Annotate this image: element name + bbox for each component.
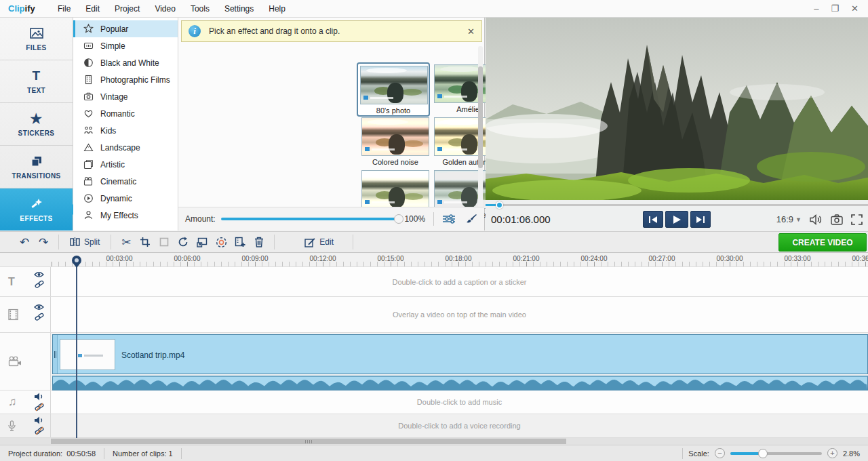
- split-icon: [70, 237, 80, 247]
- cut-button[interactable]: ✂: [117, 233, 136, 251]
- video-clip[interactable]: Scotland trip.mp4: [52, 334, 868, 374]
- playhead-marker[interactable]: [72, 256, 81, 265]
- menu-video[interactable]: Video: [147, 1, 182, 16]
- category-label: Black and White: [100, 58, 159, 68]
- overlay-track-header: [0, 297, 51, 332]
- play-button[interactable]: [665, 211, 688, 228]
- delete-button[interactable]: [250, 233, 269, 251]
- snapshot-icon[interactable]: [831, 214, 843, 225]
- video-track[interactable]: Scotland trip.mp4: [0, 333, 868, 390]
- undo-button[interactable]: ↶: [15, 233, 34, 251]
- eye-icon[interactable]: [34, 271, 44, 278]
- rotate-button[interactable]: [174, 233, 193, 251]
- clip-audio-waveform[interactable]: [52, 376, 868, 390]
- text-icon: T: [32, 69, 40, 83]
- link-icon[interactable]: [35, 313, 44, 321]
- music-track-icon: ♫: [8, 395, 17, 409]
- link-icon[interactable]: [35, 280, 44, 289]
- category-photographic-films[interactable]: Photographic Films: [73, 71, 178, 88]
- effect-colored-noise[interactable]: Colored noise: [361, 117, 429, 166]
- redo-button[interactable]: ↷: [34, 233, 53, 251]
- category-label: Dynamic: [100, 194, 132, 203]
- preview-seekbar[interactable]: [486, 202, 868, 207]
- category-artistic[interactable]: Artistic: [73, 156, 178, 173]
- menu-edit[interactable]: Edit: [78, 1, 107, 16]
- amount-slider-handle[interactable]: [394, 214, 403, 224]
- timeline-ruler[interactable]: 00:03:00 00:06:00 00:09:00 00:12:00 00:1…: [0, 254, 868, 267]
- sidebar-item-effects[interactable]: EFFECTS: [0, 188, 73, 230]
- adjustments-icon[interactable]: [442, 214, 456, 224]
- category-my-effects[interactable]: My Effects: [73, 207, 178, 224]
- timeline-scrollbar-thumb[interactable]: [51, 439, 566, 444]
- color-adjust-button[interactable]: [155, 233, 174, 251]
- minimize-button[interactable]: –: [814, 3, 818, 14]
- maximize-button[interactable]: ❐: [831, 3, 839, 14]
- stabilize-button[interactable]: [212, 233, 231, 251]
- category-cinematic[interactable]: Cinematic: [73, 173, 178, 190]
- music-track[interactable]: ♫ Double-click to add music: [0, 390, 868, 414]
- category-landscape[interactable]: Landscape: [73, 139, 178, 156]
- hint-close-icon[interactable]: ✕: [467, 26, 475, 37]
- info-icon: i: [189, 25, 201, 37]
- volume-icon[interactable]: [810, 214, 823, 225]
- zoom-in-button[interactable]: +: [827, 448, 837, 458]
- title-track[interactable]: T Double-click to add a caption or a sti…: [0, 267, 868, 297]
- speaker-icon[interactable]: [34, 416, 44, 424]
- clip-count-label: Number of clips:: [113, 449, 166, 458]
- unlink-icon[interactable]: [35, 426, 44, 435]
- menu-help[interactable]: Help: [261, 1, 293, 16]
- scale-slider[interactable]: [730, 452, 822, 455]
- brush-icon[interactable]: [465, 214, 477, 224]
- amount-slider[interactable]: [221, 218, 399, 220]
- category-label: Popular: [100, 24, 128, 34]
- voice-track[interactable]: Double-click to add a voice recording: [0, 414, 868, 438]
- scale-label: Scale:: [688, 449, 709, 458]
- category-vintage[interactable]: Vintage: [73, 88, 178, 105]
- menu-settings[interactable]: Settings: [217, 1, 261, 16]
- eye-icon[interactable]: [34, 304, 44, 310]
- create-video-button[interactable]: CREATE VIDEO: [778, 233, 867, 252]
- sidebar-item-files[interactable]: FILES: [0, 18, 73, 60]
- edit-button[interactable]: Edit: [299, 233, 339, 251]
- fullscreen-icon[interactable]: [851, 214, 863, 225]
- unlink-icon[interactable]: [35, 403, 44, 412]
- sidebar-item-label: EFFECTS: [20, 215, 52, 222]
- category-dynamic[interactable]: Dynamic: [73, 190, 178, 207]
- effects-hint-text: Pick an effect and drag it onto a clip.: [209, 26, 340, 36]
- sidebar-item-text[interactable]: T TEXT: [0, 60, 73, 103]
- scale-slider-handle[interactable]: [758, 449, 768, 458]
- menu-file[interactable]: File: [50, 1, 78, 16]
- sidebar-item-stickers[interactable]: ★ STICKERS: [0, 103, 73, 146]
- sidebar-item-transitions[interactable]: TRANSITIONS: [0, 146, 73, 188]
- menu-project[interactable]: Project: [107, 1, 147, 16]
- category-popular[interactable]: Popular: [73, 20, 178, 37]
- menu-tools[interactable]: Tools: [183, 1, 217, 16]
- aspect-ratio-select[interactable]: 16:9▼: [776, 214, 802, 224]
- close-button[interactable]: ✕: [851, 3, 859, 14]
- sidebar-item-label: STICKERS: [18, 129, 55, 137]
- zoom-out-button[interactable]: −: [715, 448, 725, 458]
- effect-80s-photo[interactable]: 80's photo: [357, 62, 430, 117]
- add-clip-button[interactable]: [231, 233, 250, 251]
- crop-button[interactable]: [136, 233, 155, 251]
- project-duration-label: Project duration:: [8, 449, 62, 458]
- category-kids[interactable]: Kids: [73, 122, 178, 139]
- overlay-track[interactable]: Overlay a video on top of the main video: [0, 297, 868, 333]
- heart-icon: [83, 108, 94, 119]
- category-label: Kids: [100, 126, 116, 136]
- category-romantic[interactable]: Romantic: [73, 105, 178, 122]
- effects-scrollbar[interactable]: [478, 46, 483, 222]
- preview-controls: 00:01:06.000 16:9▼: [486, 208, 868, 230]
- clip-grip[interactable]: [53, 335, 58, 374]
- previous-frame-button[interactable]: [643, 211, 663, 228]
- speaker-icon[interactable]: [34, 393, 44, 401]
- category-simple[interactable]: Simple: [73, 37, 178, 54]
- status-bar: Project duration: 00:50:58 Number of cli…: [0, 445, 868, 461]
- next-frame-button[interactable]: [690, 211, 711, 228]
- split-button[interactable]: Split: [64, 233, 105, 251]
- video-track-header: [0, 333, 51, 390]
- timeline-scrollbar[interactable]: [0, 438, 868, 445]
- category-label: My Effects: [100, 211, 138, 220]
- pan-zoom-button[interactable]: [193, 233, 212, 251]
- category-black-and-white[interactable]: Black and White: [73, 54, 178, 71]
